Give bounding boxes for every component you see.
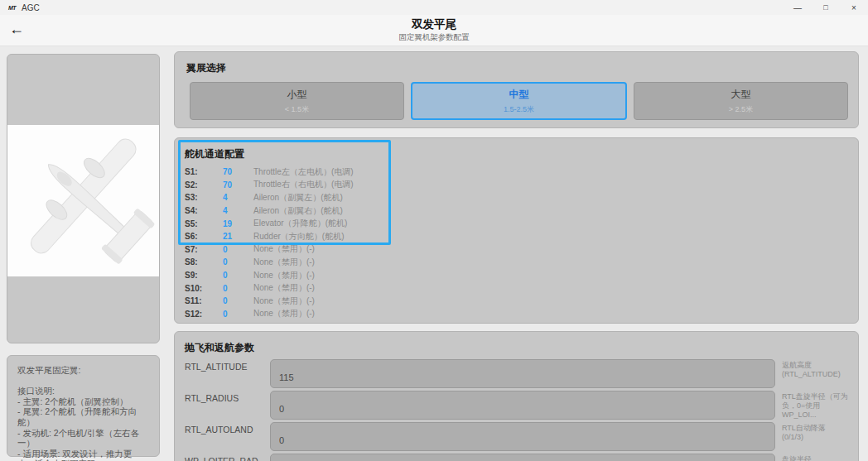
wingspan-selection-panel: 翼展选择 小型 < 1.5米 中型 1.5-2.5米 大型 > 2.5米 [174,51,859,128]
window-titlebar: MT AGC — □ × [0,0,868,15]
wingspan-option-range: 1.5-2.5米 [504,104,534,115]
servo-channel-description: Aileron（副翼左）(舵机) [253,192,343,204]
servo-channel-name: S2: [185,180,223,190]
frame-description: 双发平尾固定翼: 接口说明: - 主翼: 2个舵机（副翼控制） - 尾翼: 2个… [17,365,149,461]
servo-channel-description: Rudder（方向舵）(舵机) [253,231,344,243]
param-input[interactable] [270,422,775,451]
param-name: RTL_RADIUS [185,391,270,403]
title-block: 双发平尾 固定翼机架参数配置 [0,18,868,43]
servo-channel-row[interactable]: S3: 4 Aileron（副翼左）(舵机) [185,191,858,204]
param-row: RTL_AUTOLAND RTL自动降落 (0/1/3) [185,422,848,451]
param-name: WP_LOITER_RAD [185,454,270,461]
servo-channel-name: S10: [185,284,223,293]
servo-channel-value: 0 [223,296,253,305]
wingspan-option-range: < 1.5米 [285,104,309,115]
servo-channel-row[interactable]: S6: 21 Rudder（方向舵）(舵机) [185,230,858,243]
servo-channel-row[interactable]: S12: 0 None（禁用）(-) [185,308,858,321]
params-section-title: 抛飞和返航参数 [175,332,858,355]
servo-channel-row[interactable]: S11: 0 None（禁用）(-) [185,295,858,308]
page-header: ← 双发平尾 固定翼机架参数配置 [0,15,868,46]
airplane-image [7,125,159,276]
wingspan-section-title: 翼展选择 [175,52,858,75]
param-name: RTL_ALTITUDE [185,359,270,372]
param-hint: RTL盘旋半径（可为负，0=使用WP_LOI... [782,391,848,420]
servo-channel-value: 21 [223,232,253,241]
servo-channel-row[interactable]: S5: 19 Elevator（升降舵）(舵机) [185,217,858,230]
servo-channel-value: 19 [223,219,253,228]
servo-channel-row[interactable]: S4: 4 Aileron（副翼右）(舵机) [185,204,858,218]
servo-channel-row[interactable]: S1: 70 Throttle左（左电机）(电调) [185,166,858,179]
description-line: 双发平尾固定翼: [17,365,149,376]
servo-channel-description: Throttle右（右电机）(电调) [253,179,354,190]
wingspan-option-button[interactable]: 中型 1.5-2.5米 [411,82,627,120]
description-line: 接口说明: [17,386,149,396]
servo-channel-value: 70 [223,180,253,190]
window-controls: — □ × [784,0,868,15]
description-line: - 主翼: 2个舵机（副翼控制） [17,396,149,407]
wingspan-option-button[interactable]: 小型 < 1.5米 [190,82,404,120]
servo-channel-name: S5: [185,219,223,228]
servo-channel-name: S7: [185,245,223,254]
servo-channel-name: S4: [185,206,223,215]
servo-channel-value: 4 [223,206,253,215]
servo-channel-description: Aileron（副翼右）(舵机) [253,205,343,217]
servo-section-title: 舵机通道配置 [175,138,858,161]
param-input[interactable] [270,359,775,388]
servo-channel-value: 0 [223,310,253,319]
param-row: WP_LOITER_RAD 盘旋半径 [185,454,848,461]
servo-channel-panel: 舵机通道配置 S1: 70 Throttle左（左电机）(电调) S2: 70 … [174,137,859,324]
servo-channel-name: S12: [185,310,223,319]
description-line: - 发动机: 2个电机/引擎（左右各一） [17,428,149,449]
servo-channel-value: 70 [223,167,253,176]
servo-channel-description: Throttle左（左电机）(电调) [253,166,354,178]
param-hint: 返航高度 (RTL_ALTITUDE) [782,359,848,379]
param-input[interactable] [270,391,775,420]
param-hint: RTL自动降落 (0/1/3) [782,422,848,442]
app-logo-icon: MT [8,5,16,11]
airplane-illustration [7,125,159,276]
launch-return-params-panel: 抛飞和返航参数 RTL_ALTITUDE 返航高度 (RTL_ALTITUDE)… [174,331,859,461]
close-icon[interactable]: × [840,0,868,15]
param-input[interactable] [270,454,775,461]
servo-channel-description: None（禁用）(-) [253,282,315,294]
minimize-icon[interactable]: — [784,0,812,15]
description-line [17,376,149,387]
servo-channel-value: 0 [223,271,253,280]
param-row: RTL_RADIUS RTL盘旋半径（可为负，0=使用WP_LOI... [185,391,848,420]
description-line: - 尾翼: 2个舵机（升降舵和方向舵） [17,406,149,427]
servo-channel-description: Elevator（升降舵）(舵机) [253,218,347,229]
servo-channel-name: S3: [185,193,223,202]
wingspan-option-label: 小型 [287,88,307,102]
servo-channel-value: 4 [223,193,253,202]
wingspan-option-range: > 2.5米 [729,104,753,115]
servo-channel-name: S11: [185,296,223,305]
servo-channel-value: 0 [223,245,253,254]
wingspan-option-label: 大型 [731,88,751,102]
app-name: AGC [22,3,40,12]
servo-channel-row[interactable]: S2: 70 Throttle右（右电机）(电调) [185,179,858,192]
servo-channel-description: None（禁用）(-) [253,257,315,268]
servo-channel-name: S6: [185,232,223,241]
param-list: RTL_ALTITUDE 返航高度 (RTL_ALTITUDE) RTL_RAD… [175,355,858,461]
servo-channel-name: S9: [185,271,223,280]
frame-description-card: 双发平尾固定翼: 接口说明: - 主翼: 2个舵机（副翼控制） - 尾翼: 2个… [7,355,160,457]
servo-channel-name: S1: [185,167,223,176]
servo-channel-description: None（禁用）(-) [253,243,315,255]
wingspan-option-label: 中型 [509,88,529,102]
servo-channel-row[interactable]: S10: 0 None（禁用）(-) [185,281,858,295]
param-hint: 盘旋半径 [782,454,848,461]
servo-channel-name: S8: [185,257,223,267]
servo-channel-value: 0 [223,257,253,267]
airplane-preview-card [7,54,160,343]
servo-channel-description: None（禁用）(-) [253,270,315,281]
maximize-icon[interactable]: □ [812,0,840,15]
param-row: RTL_ALTITUDE 返航高度 (RTL_ALTITUDE) [185,359,848,388]
description-line: - 适用场景: 双发设计，推力更大，适合大型固定翼 [17,449,149,461]
param-name: RTL_AUTOLAND [185,422,270,435]
wingspan-option-button[interactable]: 大型 > 2.5米 [634,82,848,120]
servo-channel-row[interactable]: S8: 0 None（禁用）(-) [185,256,858,269]
servo-channel-row[interactable]: S9: 0 None（禁用）(-) [185,269,858,282]
servo-channel-row[interactable]: S7: 0 None（禁用）(-) [185,243,858,257]
servo-channel-list: S1: 70 Throttle左（左电机）(电调) S2: 70 Throttl… [175,161,858,320]
servo-channel-description: None（禁用）(-) [253,295,315,307]
